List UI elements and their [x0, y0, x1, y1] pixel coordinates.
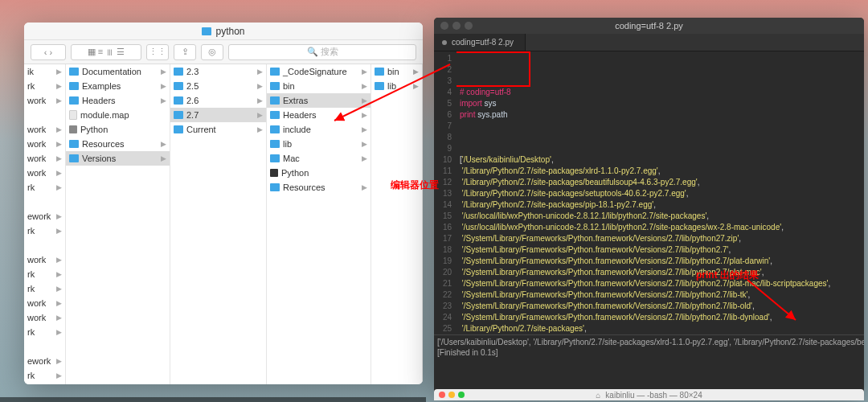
list-item[interactable]: bin▶ — [371, 64, 422, 79]
list-item[interactable]: work▶ — [24, 252, 65, 267]
list-item[interactable]: _CodeSignature▶ — [267, 64, 371, 79]
list-item[interactable]: Mac▶ — [267, 151, 371, 166]
list-item[interactable]: rk▶ — [24, 267, 65, 281]
list-item[interactable]: Documentation▶ — [66, 64, 170, 79]
terminal-window-titlebar[interactable]: ⌂ kaibinliu — -bash — 80×24 — [434, 389, 864, 400]
list-item[interactable]: work▶ — [24, 151, 65, 166]
search-placeholder: 搜索 — [321, 46, 338, 58]
list-item[interactable]: ework▶ — [24, 209, 65, 224]
item-label: Headers — [82, 96, 116, 105]
list-item[interactable]: Extras▶ — [267, 93, 371, 108]
list-item[interactable]: work▶ — [24, 122, 65, 137]
folder-icon — [69, 140, 79, 148]
traffic-lights[interactable] — [439, 392, 465, 398]
list-item[interactable]: work▶ — [24, 137, 65, 151]
list-item[interactable]: lib▶ — [371, 79, 422, 93]
zoom-icon[interactable] — [458, 392, 465, 398]
item-label: work — [27, 298, 46, 308]
item-label: Examples — [82, 81, 121, 91]
editor-window: coding=utf-8 2.py coding=utf-8 2.py 1234… — [434, 18, 864, 394]
chevron-right-icon: ▶ — [257, 125, 263, 133]
list-item[interactable] — [24, 195, 65, 209]
traffic-lights[interactable] — [440, 22, 473, 30]
list-item[interactable]: Headers▶ — [267, 108, 371, 122]
list-item[interactable] — [24, 238, 65, 252]
list-item[interactable]: Resources▶ — [66, 137, 170, 151]
list-item[interactable]: Headers▶ — [66, 93, 170, 108]
list-item[interactable]: Python — [66, 122, 170, 137]
list-item[interactable]: 2.3▶ — [170, 64, 266, 79]
code-area[interactable]: # coding=utf-8 import sys print sys.path… — [457, 51, 864, 334]
list-item[interactable]: rk▶ — [24, 79, 65, 93]
list-item[interactable]: Resources▶ — [267, 180, 371, 195]
minimize-icon[interactable] — [448, 392, 455, 398]
list-item[interactable]: lib▶ — [267, 137, 371, 151]
list-item[interactable]: work▶ — [24, 383, 65, 384]
list-item[interactable]: rk▶ — [24, 180, 65, 195]
finder-col-0[interactable]: ik▶rk▶work▶work▶work▶work▶work▶rk▶ework▶… — [24, 64, 66, 384]
chevron-right-icon: ▶ — [56, 357, 62, 365]
tab-file[interactable]: coding=utf-8 2.py — [434, 34, 526, 51]
list-item[interactable] — [24, 339, 65, 354]
folder-icon — [270, 125, 280, 133]
folder-icon — [69, 154, 79, 162]
finder-col-4[interactable]: bin▶lib▶ — [371, 64, 423, 384]
chevron-right-icon: ▶ — [56, 227, 62, 235]
list-item[interactable]: Versions▶ — [66, 151, 170, 166]
list-item[interactable]: 2.5▶ — [170, 79, 266, 93]
chevron-right-icon: ▶ — [56, 299, 62, 307]
finder-titlebar[interactable]: python — [24, 23, 423, 40]
nav-back-forward[interactable]: ‹ › — [31, 44, 66, 60]
search-field[interactable]: 🔍 搜索 — [228, 44, 416, 60]
list-item[interactable]: ework▶ — [24, 354, 65, 368]
list-item[interactable]: 2.6▶ — [170, 93, 266, 108]
tags-button[interactable]: ◎ — [201, 44, 223, 60]
chevron-right-icon: ▶ — [56, 328, 62, 336]
list-item[interactable]: work▶ — [24, 310, 65, 325]
chevron-right-icon: ▶ — [362, 111, 367, 119]
item-label: rk — [27, 81, 35, 91]
list-item[interactable]: bin▶ — [267, 79, 371, 93]
list-item[interactable]: rk▶ — [24, 368, 65, 383]
finder-columns: ik▶rk▶work▶work▶work▶work▶work▶rk▶ework▶… — [24, 64, 423, 384]
zoom-icon[interactable] — [465, 22, 473, 30]
list-item[interactable]: work▶ — [24, 93, 65, 108]
list-item[interactable] — [24, 108, 65, 122]
chevron-right-icon: ▶ — [56, 256, 62, 264]
chevron-right-icon: ▶ — [56, 212, 62, 220]
item-label: rk — [27, 183, 35, 192]
list-item[interactable]: Python — [267, 166, 371, 180]
view-switcher[interactable]: ▦ ≡ ⫼ ☰ — [71, 44, 141, 60]
list-item[interactable]: rk▶ — [24, 281, 65, 296]
finder-col-1[interactable]: Documentation▶Examples▶Headers▶module.ma… — [66, 64, 170, 384]
list-item[interactable]: ik▶ — [24, 64, 65, 79]
list-item[interactable]: work▶ — [24, 166, 65, 180]
item-label: lib — [387, 81, 396, 91]
list-item[interactable]: include▶ — [267, 122, 371, 137]
chevron-right-icon: ▶ — [413, 68, 419, 76]
build-console[interactable]: ['/Users/kaibinliu/Desktop', '/Library/P… — [434, 334, 864, 394]
list-item[interactable]: rk▶ — [24, 325, 65, 339]
close-icon[interactable] — [439, 392, 445, 398]
editor-titlebar[interactable]: coding=utf-8 2.py — [434, 18, 864, 34]
editor-title-text: coding=utf-8 2.py — [615, 21, 683, 31]
list-item[interactable]: work▶ — [24, 296, 65, 310]
list-item[interactable]: Current▶ — [170, 122, 266, 137]
item-label: bin — [283, 81, 295, 91]
close-icon[interactable] — [440, 22, 448, 30]
chevron-right-icon: ▶ — [362, 82, 367, 90]
list-item[interactable]: module.map — [66, 108, 170, 122]
item-label: work — [27, 139, 46, 149]
list-item[interactable]: rk▶ — [24, 224, 65, 238]
chevron-right-icon: ▶ — [161, 82, 166, 90]
arrange-button[interactable]: ⋮⋮ — [146, 44, 169, 60]
finder-col-2[interactable]: 2.3▶2.5▶2.6▶2.7▶Current▶ — [170, 64, 267, 384]
finder-col-3[interactable]: _CodeSignature▶bin▶Extras▶Headers▶includ… — [267, 64, 371, 384]
item-label: _CodeSignature — [283, 67, 347, 76]
share-button[interactable]: ⇪ — [174, 44, 196, 60]
list-item[interactable]: Examples▶ — [66, 79, 170, 93]
list-item[interactable]: 2.7▶ — [170, 108, 266, 122]
minimize-icon[interactable] — [452, 22, 461, 30]
folder-icon — [69, 68, 79, 76]
item-label: bin — [387, 67, 399, 76]
